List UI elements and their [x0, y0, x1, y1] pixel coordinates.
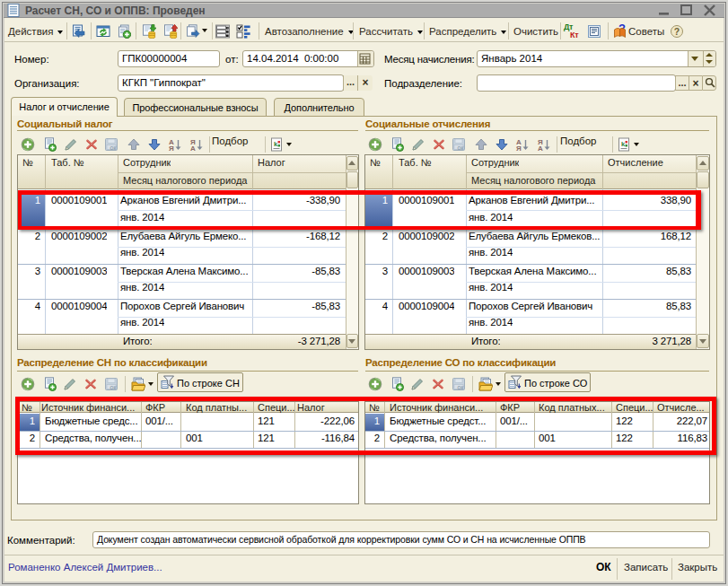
svg-text:?: ?	[674, 26, 680, 37]
